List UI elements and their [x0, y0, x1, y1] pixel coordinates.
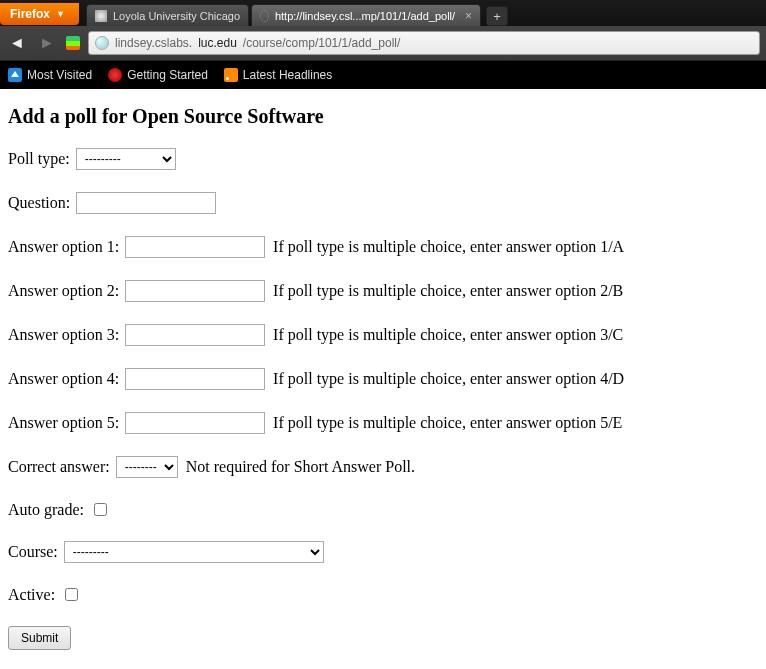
page-title: Add a poll for Open Source Software [8, 105, 758, 128]
correct-answer-label: Correct answer: [8, 458, 110, 476]
page-content: Add a poll for Open Source Software Poll… [0, 89, 766, 669]
tab-label: http://lindsey.csl...mp/101/1/add_poll/ [275, 5, 455, 27]
firefox-menu-label: Firefox [10, 3, 50, 25]
answer-label: Answer option 3: [8, 326, 119, 344]
active-row: Active: [8, 585, 758, 604]
poll-type-row: Poll type: --------- [8, 148, 758, 170]
site-icon [95, 10, 107, 22]
answer-row-5: Answer option 5: If poll type is multipl… [8, 412, 758, 434]
forward-button[interactable]: ► [36, 34, 58, 52]
answer-row-4: Answer option 4: If poll type is multipl… [8, 368, 758, 390]
url-bar[interactable]: lindsey.cslabs.luc.edu/course/comp/101/1… [88, 31, 760, 55]
question-label: Question: [8, 194, 70, 212]
tab-add-poll[interactable]: http://lindsey.csl...mp/101/1/add_poll/ … [251, 4, 481, 26]
bookmarks-toolbar: Most Visited Getting Started Latest Head… [0, 61, 766, 89]
answer-label: Answer option 4: [8, 370, 119, 388]
submit-row: Submit [8, 626, 758, 650]
chevron-down-icon: ▼ [56, 3, 65, 25]
autograde-label: Auto grade: [8, 501, 84, 519]
nav-toolbar: ◄ ► lindsey.cslabs.luc.edu/course/comp/1… [0, 26, 766, 60]
tab-loyola[interactable]: Loyola University Chicago [86, 4, 249, 26]
url-prefix: lindsey.cslabs. [115, 36, 192, 50]
status-icon [66, 36, 80, 50]
bookmark-label: Latest Headlines [243, 68, 332, 82]
bookmark-getting-started[interactable]: Getting Started [108, 68, 208, 82]
answer-hint: If poll type is multiple choice, enter a… [273, 282, 623, 300]
answer-input-1[interactable] [125, 236, 265, 258]
answer-hint: If poll type is multiple choice, enter a… [273, 370, 624, 388]
bookmark-most-visited[interactable]: Most Visited [8, 68, 92, 82]
tab-strip: Firefox ▼ Loyola University Chicago http… [0, 0, 766, 26]
answer-hint: If poll type is multiple choice, enter a… [273, 414, 622, 432]
course-label: Course: [8, 543, 58, 561]
question-row: Question: [8, 192, 758, 214]
correct-answer-row: Correct answer: --------- Not required f… [8, 456, 758, 478]
correct-answer-hint: Not required for Short Answer Poll. [186, 458, 415, 476]
answer-row-2: Answer option 2: If poll type is multipl… [8, 280, 758, 302]
answer-label: Answer option 2: [8, 282, 119, 300]
autograde-checkbox[interactable] [94, 503, 107, 516]
rss-icon [224, 68, 238, 82]
back-button[interactable]: ◄ [6, 34, 28, 52]
poll-type-label: Poll type: [8, 150, 70, 168]
active-label: Active: [8, 586, 55, 604]
answer-row-1: Answer option 1: If poll type is multipl… [8, 236, 758, 258]
bookmark-label: Most Visited [27, 68, 92, 82]
url-suffix: /course/comp/101/1/add_poll/ [243, 36, 400, 50]
new-tab-button[interactable]: + [486, 6, 508, 26]
globe-icon [95, 36, 109, 50]
tab-label: Loyola University Chicago [113, 5, 240, 27]
answer-input-5[interactable] [125, 412, 265, 434]
active-checkbox[interactable] [65, 588, 78, 601]
poll-type-select[interactable]: --------- [76, 148, 176, 170]
url-host: luc.edu [198, 36, 237, 50]
course-row: Course: --------- [8, 541, 758, 563]
loading-icon [260, 10, 269, 22]
browser-chrome: Firefox ▼ Loyola University Chicago http… [0, 0, 766, 61]
bookmark-label: Getting Started [127, 68, 208, 82]
bookmark-icon [108, 68, 122, 82]
submit-button[interactable]: Submit [8, 626, 71, 650]
answer-label: Answer option 1: [8, 238, 119, 256]
bookmark-latest-headlines[interactable]: Latest Headlines [224, 68, 332, 82]
firefox-menu-button[interactable]: Firefox ▼ [0, 3, 79, 25]
answer-input-3[interactable] [125, 324, 265, 346]
correct-answer-select[interactable]: --------- [116, 456, 178, 478]
answer-label: Answer option 5: [8, 414, 119, 432]
answer-hint: If poll type is multiple choice, enter a… [273, 326, 623, 344]
bookmark-icon [8, 68, 22, 82]
answer-input-4[interactable] [125, 368, 265, 390]
question-input[interactable] [76, 192, 216, 214]
course-select[interactable]: --------- [64, 541, 324, 563]
autograde-row: Auto grade: [8, 500, 758, 519]
answer-row-3: Answer option 3: If poll type is multipl… [8, 324, 758, 346]
answer-hint: If poll type is multiple choice, enter a… [273, 238, 624, 256]
close-icon[interactable]: × [465, 5, 472, 27]
answer-input-2[interactable] [125, 280, 265, 302]
